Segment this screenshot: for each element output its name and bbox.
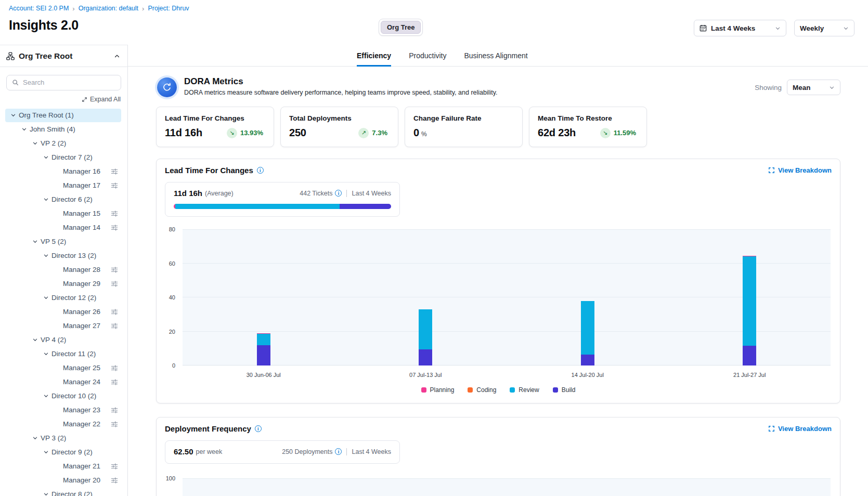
chevron-down-icon[interactable] <box>32 337 38 343</box>
stacked-bar-14-jul-20-jul[interactable] <box>581 301 594 366</box>
sliders-icon[interactable] <box>111 421 118 428</box>
chevron-down-icon[interactable] <box>43 393 49 399</box>
legend-item-review[interactable]: Review <box>510 386 539 394</box>
chevron-down-icon[interactable] <box>43 449 49 455</box>
sliders-icon[interactable] <box>111 322 118 330</box>
chevron-down-icon[interactable] <box>21 126 27 132</box>
tree-item-john-smith-4[interactable]: John Smith (4) <box>5 123 121 136</box>
tree-item-manager-26[interactable]: Manager 26 <box>5 305 121 319</box>
chevron-down-icon[interactable] <box>32 140 38 146</box>
deployment-plot <box>183 478 831 496</box>
org-tree-header[interactable]: Org Tree Root <box>0 45 127 67</box>
y-axis-tick: 0 <box>172 362 175 369</box>
sliders-icon[interactable] <box>111 407 118 414</box>
legend-item-build[interactable]: Build <box>553 386 576 394</box>
bar-segment-review <box>257 334 270 345</box>
info-icon[interactable] <box>257 167 264 174</box>
trend-down-icon: ↘ <box>600 128 611 138</box>
tree-item-manager-29[interactable]: Manager 29 <box>5 277 121 291</box>
sliders-icon[interactable] <box>111 378 118 386</box>
tree-item-manager-24[interactable]: Manager 24 <box>5 375 121 389</box>
x-axis-labels: 30 Jun-06 Jul07 Jul-13 Jul14 Jul-20 Jul2… <box>183 366 831 381</box>
metric-label: Mean Time To Restore <box>538 114 638 122</box>
search-input[interactable] <box>23 79 115 86</box>
sliders-icon[interactable] <box>111 308 118 316</box>
sliders-icon[interactable] <box>111 477 118 484</box>
tree-item-vp-3-2[interactable]: VP 3 (2) <box>5 432 121 445</box>
sliders-icon[interactable] <box>111 280 118 288</box>
chevron-down-icon[interactable] <box>43 253 49 258</box>
chevron-down-icon[interactable] <box>32 239 38 244</box>
org-tree-toggle-button[interactable]: Org Tree <box>381 21 421 34</box>
tree-item-manager-27[interactable]: Manager 27 <box>5 319 121 333</box>
tree-item-manager-28[interactable]: Manager 28 <box>5 263 121 277</box>
x-axis-tick: 30 Jun-06 Jul <box>247 372 281 378</box>
tree-item-org-tree-root-1[interactable]: Org Tree Root (1) <box>5 109 121 122</box>
stacked-bar-07-jul-13-jul[interactable] <box>419 309 432 366</box>
breadcrumb-link-organization[interactable]: Organization: default <box>79 5 138 12</box>
date-range-select[interactable]: Last 4 Weeks <box>694 20 786 36</box>
breadcrumb-link-project[interactable]: Project: Dhruv <box>148 5 189 12</box>
sliders-icon[interactable] <box>111 168 118 175</box>
showing-select[interactable]: Mean <box>787 80 840 95</box>
chevron-down-icon[interactable] <box>43 154 49 160</box>
tree-item-vp-4-2[interactable]: VP 4 (2) <box>5 333 121 347</box>
info-icon[interactable] <box>335 190 342 197</box>
tree-item-vp-2-2[interactable]: VP 2 (2) <box>5 137 121 150</box>
expand-all-link[interactable]: Expand All <box>82 96 121 103</box>
tree-item-vp-5-2[interactable]: VP 5 (2) <box>5 235 121 249</box>
sliders-icon[interactable] <box>111 364 118 372</box>
deployment-view-breakdown[interactable]: View Breakdown <box>768 425 832 433</box>
granularity-select[interactable]: Weekly <box>794 20 854 36</box>
tree-item-director-9-2[interactable]: Director 9 (2) <box>5 446 121 459</box>
sliders-icon[interactable] <box>111 210 118 217</box>
ticket-count: 442 Tickets <box>300 190 332 197</box>
chevron-down-icon[interactable] <box>43 197 49 202</box>
tree-item-label: Manager 27 <box>63 322 100 330</box>
tab-productivity[interactable]: Productivity <box>409 45 446 67</box>
tree-item-director-12-2[interactable]: Director 12 (2) <box>5 291 121 305</box>
legend-item-planning[interactable]: Planning <box>421 386 455 394</box>
tree-item-manager-16[interactable]: Manager 16 <box>5 165 121 178</box>
legend-label: Coding <box>476 386 496 394</box>
tree-item-director-13-2[interactable]: Director 13 (2) <box>5 249 121 263</box>
legend-swatch <box>421 387 426 393</box>
sliders-icon[interactable] <box>111 463 118 470</box>
tree-item-director-6-2[interactable]: Director 6 (2) <box>5 193 121 206</box>
sliders-icon[interactable] <box>111 224 118 231</box>
tree-item-manager-21[interactable]: Manager 21 <box>5 460 121 473</box>
lead-time-view-breakdown[interactable]: View Breakdown <box>768 166 832 174</box>
legend-label: Planning <box>430 386 455 394</box>
chevron-down-icon[interactable] <box>43 491 49 496</box>
info-icon[interactable] <box>335 448 342 455</box>
tab-business-alignment[interactable]: Business Alignment <box>464 45 528 67</box>
x-axis-tick: 14 Jul-20 Jul <box>572 372 604 378</box>
tree-item-manager-17[interactable]: Manager 17 <box>5 179 121 192</box>
chevron-down-icon[interactable] <box>43 295 49 301</box>
sliders-icon[interactable] <box>111 266 118 273</box>
y-axis-tick: 20 <box>169 329 175 335</box>
tree-item-manager-20[interactable]: Manager 20 <box>5 474 121 487</box>
tree-item-manager-23[interactable]: Manager 23 <box>5 403 121 417</box>
time-range-label: Last 4 Weeks <box>346 190 391 197</box>
tree-item-manager-25[interactable]: Manager 25 <box>5 361 121 375</box>
tree-item-manager-22[interactable]: Manager 22 <box>5 417 121 431</box>
chevron-down-icon[interactable] <box>10 112 16 118</box>
tree-item-director-11-2[interactable]: Director 11 (2) <box>5 347 121 361</box>
tree-item-manager-14[interactable]: Manager 14 <box>5 221 121 234</box>
stacked-bar-21-jul-27-jul[interactable] <box>743 256 756 366</box>
chevron-up-icon[interactable] <box>114 53 120 59</box>
sliders-icon[interactable] <box>111 182 118 189</box>
chevron-down-icon[interactable] <box>43 351 49 357</box>
tree-item-manager-15[interactable]: Manager 15 <box>5 207 121 220</box>
tab-efficiency[interactable]: Efficiency <box>357 45 391 67</box>
tree-item-label: Director 10 (2) <box>51 392 96 400</box>
info-icon[interactable] <box>255 425 262 432</box>
tree-item-director-8-2[interactable]: Director 8 (2) <box>5 488 121 496</box>
legend-item-coding[interactable]: Coding <box>468 386 496 394</box>
breadcrumb-link-account[interactable]: Account: SEI 2.0 PM <box>9 5 69 12</box>
tree-item-director-7-2[interactable]: Director 7 (2) <box>5 151 121 164</box>
stacked-bar-30-jun-06-jul[interactable] <box>257 333 270 366</box>
tree-item-director-10-2[interactable]: Director 10 (2) <box>5 389 121 403</box>
chevron-down-icon[interactable] <box>32 435 38 441</box>
